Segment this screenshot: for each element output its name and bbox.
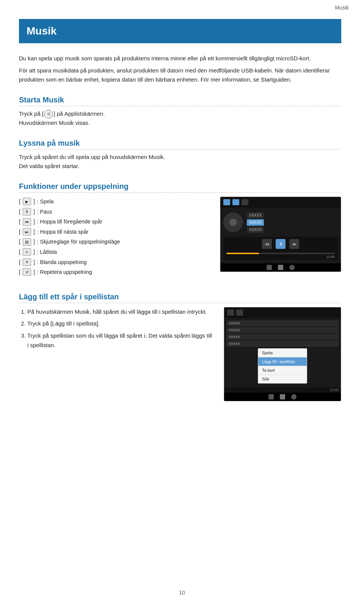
- prev-btn[interactable]: ⏮: [262, 239, 272, 249]
- home-nav-icon[interactable]: [278, 265, 283, 270]
- playback-label-1: : Paus: [37, 207, 52, 217]
- playback-item: [≡]: Låtlista: [19, 247, 209, 257]
- s2-content: XXXXXXXXXXXXXXXXXXXX SpelaLägg till i sp…: [224, 318, 341, 387]
- track-list: XXXXXXXXXXXXXXX: [247, 212, 264, 234]
- playback-icon-3: ⏭: [23, 228, 31, 236]
- progress-bar-fill: [226, 253, 259, 254]
- s2-back-icon[interactable]: [268, 394, 274, 399]
- step-1: På huvudskärmen Musik, håll spåret du vi…: [27, 307, 212, 317]
- s2-track-list: XXXXXXXXXXXXXXXXXXXX: [226, 320, 339, 347]
- screenshot-content: XXXXXXXXXXXXXXX ⏮ ⏸ ⏭ 12:00: [220, 208, 341, 263]
- playback-label-5: : Låtlista: [37, 247, 57, 257]
- header-btn-2: [232, 199, 239, 205]
- context-menu-item-2[interactable]: Ta bort: [258, 366, 307, 375]
- playback-label-4: : Skjutreglage för uppspelningsläge: [37, 237, 120, 247]
- s2-track-item-0: XXXXX: [226, 320, 339, 326]
- screenshot-lagg: XXXXXXXXXXXXXXXXXXXX SpelaLägg till i sp…: [224, 307, 341, 401]
- playback-icon-2: ⏮: [23, 218, 31, 226]
- screenshot-playback: XXXXXXXXXXXXXXX ⏮ ⏸ ⏭ 12:00: [220, 197, 341, 272]
- starta-text1: Tryck på [: [19, 110, 44, 117]
- track-item-0: XXXXX: [247, 212, 264, 219]
- playback-section: [▶]: Spela[⏸]: Paus[⏮]: Hoppa till föreg…: [19, 197, 341, 277]
- intro-p2: För att spara musikdata på produkten, an…: [19, 66, 341, 84]
- back-nav-icon[interactable]: [267, 265, 272, 270]
- screenshot2-header: [224, 307, 341, 318]
- play-pause-btn[interactable]: ⏸: [276, 239, 286, 249]
- s2-track-item-2: XXXXX: [226, 334, 339, 340]
- playback-icon-7: ↺: [23, 268, 31, 276]
- playback-controls: ⏮ ⏸ ⏭: [223, 237, 338, 251]
- starta-text2: ] på Applistskärmen.: [53, 110, 105, 117]
- s2-recent-icon[interactable]: [291, 394, 297, 399]
- context-menu: SpelaLägg till i spellistaTa bortSök: [258, 348, 307, 384]
- lyssna-heading: Lyssna på musik: [19, 139, 341, 148]
- starta-heading: Starta Musik: [19, 96, 341, 104]
- s2-header-btn-2: [236, 310, 243, 316]
- section-starta-header: Starta Musik: [19, 96, 341, 106]
- lyssna-text1: Tryck på spåret du vill spela upp på huv…: [19, 153, 341, 162]
- lagg-heading: Lägg till ett spår i spellistan: [19, 292, 341, 301]
- page-title-block: Musik: [19, 19, 341, 43]
- step-2: Tryck på [Lägg till i spellista].: [27, 319, 212, 329]
- progress-bar-bg: [226, 253, 335, 254]
- playback-item: [⏸]: Paus: [19, 207, 209, 217]
- lyssna-body: Tryck på spåret du vill spela upp på huv…: [19, 153, 341, 171]
- context-menu-item-3[interactable]: Sök: [258, 375, 307, 383]
- progress-bar-area: 12:00: [223, 251, 338, 260]
- page-footer: 10: [0, 590, 364, 596]
- playback-label-0: : Spela: [37, 197, 54, 207]
- playback-icon-6: ✕: [23, 258, 31, 266]
- lyssna-text2: Det valda spåret startar.: [19, 162, 341, 171]
- context-menu-item-1[interactable]: Lägg till i spellista: [258, 357, 307, 366]
- playback-icon-1: ⏸: [23, 208, 31, 215]
- page-header-label: Musik: [335, 5, 349, 11]
- music-thumbnail: [223, 212, 243, 232]
- section-funktioner-header: Funktioner under uppspelning: [19, 182, 341, 193]
- starta-body: Tryck på [⊙] på Applistskärmen. Huvudskä…: [19, 109, 341, 127]
- header-btn-1: [223, 199, 230, 205]
- s2-nav: [224, 393, 341, 401]
- track-item-2: XXXXX: [247, 226, 264, 233]
- header-btn-3: [242, 199, 248, 205]
- playback-item: [▶]: Spela: [19, 197, 209, 207]
- playback-item: [✕]: Blanda uppspelning: [19, 257, 209, 267]
- music-thumb-inner: [229, 219, 237, 226]
- screenshot-nav: [220, 263, 341, 272]
- playback-item: [⏭]: Hoppa till nästa spår: [19, 227, 209, 237]
- time-label: 12:00: [226, 255, 335, 259]
- playback-label-6: : Blanda uppspelning: [37, 257, 87, 267]
- playback-icon-4: ▤: [23, 238, 31, 246]
- intro-p1: Du kan spela upp musik som sparats på pr…: [19, 54, 341, 63]
- lagg-steps-list: På huvudskärmen Musik, håll spåret du vi…: [19, 307, 212, 350]
- section-lagg-header: Lägg till ett spår i spellistan: [19, 292, 341, 303]
- s2-header-btn-1: [227, 310, 234, 316]
- playback-icon-0: ▶: [23, 198, 31, 205]
- playback-items-list: [▶]: Spela[⏸]: Paus[⏮]: Hoppa till föreg…: [19, 197, 209, 277]
- section-lyssna-header: Lyssna på musik: [19, 139, 341, 149]
- recent-nav-icon[interactable]: [289, 265, 295, 270]
- playback-label-3: : Hoppa till nästa spår: [37, 227, 88, 237]
- playback-list: [▶]: Spela[⏸]: Paus[⏮]: Hoppa till föreg…: [19, 197, 209, 277]
- numbered-list: På huvudskärmen Musik, håll spåret du vi…: [19, 307, 212, 352]
- context-menu-item-0[interactable]: Spela: [258, 349, 307, 357]
- next-btn[interactable]: ⏭: [289, 239, 299, 249]
- funktioner-heading: Funktioner under uppspelning: [19, 182, 341, 191]
- playback-item: [↺]: Repetera uppspelning: [19, 267, 209, 277]
- step-3: Tryck på spellistan som du vill lägga ti…: [27, 331, 212, 350]
- s2-track-item-3: XXXXX: [226, 341, 339, 347]
- s2-home-icon[interactable]: [280, 394, 285, 399]
- playback-item: [⏮]: Hoppa till föregående spår: [19, 217, 209, 227]
- page-number: 10: [179, 590, 185, 596]
- music-app-icon: ⊙: [44, 110, 53, 118]
- s2-time-label: 12:00: [224, 387, 341, 393]
- numbered-section: På huvudskärmen Musik, håll spåret du vi…: [19, 307, 341, 401]
- page-title: Musik: [27, 25, 334, 37]
- starta-text3: Huvudskärmen Musik visas.: [19, 118, 341, 127]
- screenshot-header: [220, 197, 341, 208]
- track-item-1: XXXXX: [247, 219, 264, 226]
- playback-item: [▤]: Skjutreglage för uppspelningsläge: [19, 237, 209, 247]
- s2-track-item-1: XXXXX: [226, 327, 339, 333]
- playback-icon-5: ≡: [23, 248, 31, 256]
- playback-label-7: : Repetera uppspelning: [37, 267, 92, 277]
- playback-label-2: : Hoppa till föregående spår: [37, 217, 102, 227]
